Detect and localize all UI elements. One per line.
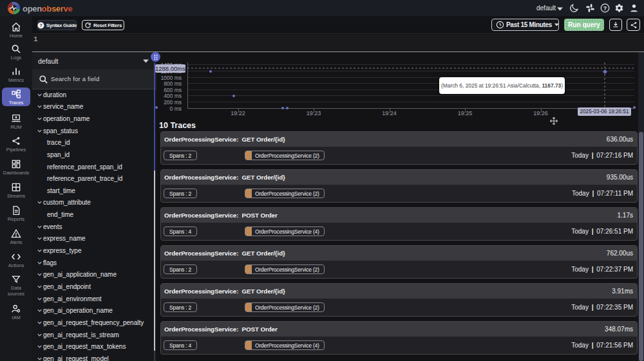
svg-text:?: ? <box>603 5 607 12</box>
svg-text:?: ? <box>39 23 42 27</box>
